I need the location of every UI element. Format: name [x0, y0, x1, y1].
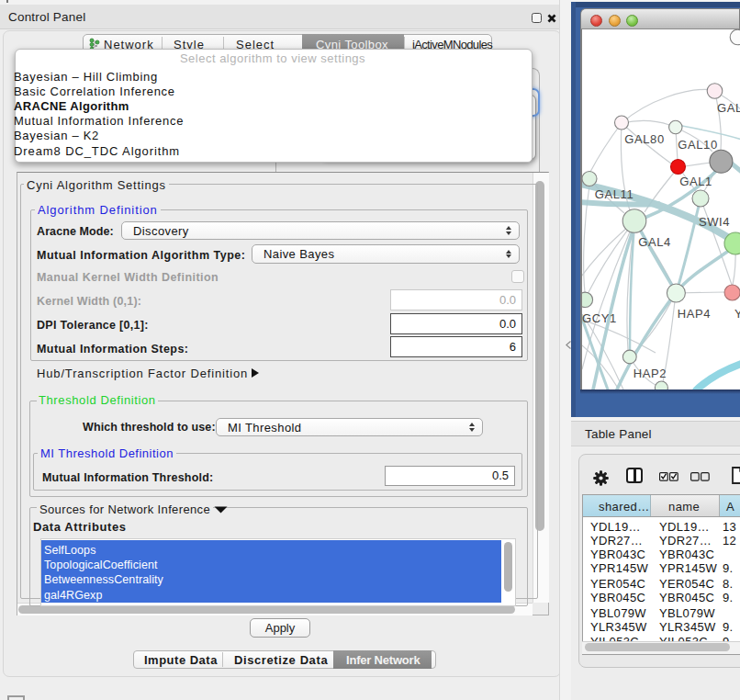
- svg-text:GAL7: GAL7: [717, 101, 740, 115]
- svg-text:GCY1: GCY1: [582, 310, 617, 324]
- svg-text:GAL10: GAL10: [678, 138, 717, 152]
- svg-text:YJ: YJ: [734, 307, 740, 321]
- svg-text:HAP2: HAP2: [633, 367, 667, 380]
- svg-text:GAL11: GAL11: [595, 187, 634, 201]
- svg-text:HAP4: HAP4: [678, 307, 711, 321]
- svg-text:GAL1: GAL1: [679, 175, 712, 188]
- svg-text:SWI4: SWI4: [699, 215, 730, 229]
- svg-text:GAL4: GAL4: [638, 235, 671, 249]
- svg-text:GAL80: GAL80: [624, 132, 664, 146]
